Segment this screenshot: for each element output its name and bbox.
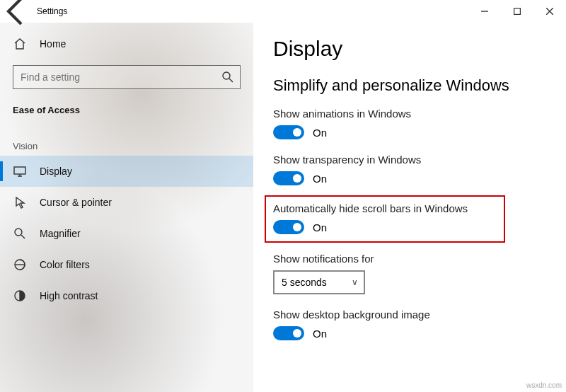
svg-rect-0 bbox=[514, 8, 521, 15]
toggle-state: On bbox=[313, 127, 327, 139]
section-heading: Simplify and personalize Windows bbox=[273, 76, 546, 95]
setting-label: Show animations in Windows bbox=[273, 108, 546, 120]
sidebar: Home Ease of Access Vision Display Curso… bbox=[0, 23, 253, 392]
setting-notifications-duration: Show notifications for 5 seconds ∨ bbox=[273, 253, 546, 294]
close-button[interactable] bbox=[533, 0, 566, 23]
magnifier-icon bbox=[13, 226, 27, 241]
toggle-state: On bbox=[313, 221, 327, 234]
setting-label: Automatically hide scroll bars in Window… bbox=[273, 202, 495, 214]
setting-label: Show notifications for bbox=[273, 253, 546, 265]
setting-show-animations: Show animations in Windows On bbox=[273, 108, 546, 139]
toggle-state: On bbox=[313, 173, 327, 185]
search-box[interactable] bbox=[13, 65, 241, 89]
maximize-button[interactable] bbox=[501, 0, 533, 23]
content-pane: Display Simplify and personalize Windows… bbox=[253, 23, 566, 392]
watermark: wsxdn.com bbox=[526, 381, 562, 389]
back-button[interactable] bbox=[0, 0, 34, 23]
home-icon bbox=[13, 37, 27, 51]
window-title: Settings bbox=[37, 6, 67, 16]
page-title: Display bbox=[273, 37, 546, 61]
select-value: 5 seconds bbox=[282, 277, 327, 288]
toggle-state: On bbox=[313, 328, 327, 340]
svg-rect-2 bbox=[14, 167, 25, 174]
home-label: Home bbox=[40, 38, 66, 50]
home-nav[interactable]: Home bbox=[0, 28, 253, 59]
toggle-desktop-background[interactable] bbox=[273, 326, 304, 340]
svg-point-3 bbox=[15, 229, 22, 236]
sidebar-item-label: High contrast bbox=[40, 290, 98, 301]
sidebar-item-label: Color filters bbox=[40, 259, 90, 270]
toggle-show-transparency[interactable] bbox=[273, 171, 304, 185]
sidebar-item-colorfilters[interactable]: Color filters bbox=[0, 249, 253, 280]
svg-point-1 bbox=[223, 72, 230, 79]
setting-show-transparency: Show transparency in Windows On bbox=[273, 154, 546, 185]
chevron-down-icon: ∨ bbox=[352, 277, 358, 287]
sidebar-item-label: Cursor & pointer bbox=[40, 197, 112, 208]
toggle-hide-scrollbars[interactable] bbox=[273, 220, 304, 234]
notifications-select[interactable]: 5 seconds ∨ bbox=[273, 270, 365, 294]
setting-label: Show desktop background image bbox=[273, 309, 546, 321]
colorfilters-icon bbox=[13, 258, 27, 272]
sidebar-item-cursor[interactable]: Cursor & pointer bbox=[0, 187, 253, 218]
sidebar-group-vision: Vision bbox=[0, 121, 253, 156]
search-icon bbox=[221, 71, 234, 83]
display-icon bbox=[13, 164, 27, 178]
sidebar-item-label: Display bbox=[40, 166, 72, 177]
cursor-icon bbox=[13, 195, 27, 209]
sidebar-section: Ease of Access bbox=[0, 98, 253, 121]
highcontrast-icon bbox=[13, 289, 27, 303]
setting-label: Show transparency in Windows bbox=[273, 154, 546, 166]
search-input[interactable] bbox=[21, 71, 221, 83]
sidebar-item-magnifier[interactable]: Magnifier bbox=[0, 218, 253, 249]
setting-desktop-background: Show desktop background image On bbox=[273, 309, 546, 340]
highlighted-setting: Automatically hide scroll bars in Window… bbox=[265, 195, 505, 243]
toggle-show-animations[interactable] bbox=[273, 125, 304, 139]
sidebar-item-label: Magnifier bbox=[40, 228, 81, 239]
minimize-button[interactable] bbox=[468, 0, 501, 23]
sidebar-item-highcontrast[interactable]: High contrast bbox=[0, 280, 253, 311]
sidebar-item-display[interactable]: Display bbox=[0, 156, 253, 187]
